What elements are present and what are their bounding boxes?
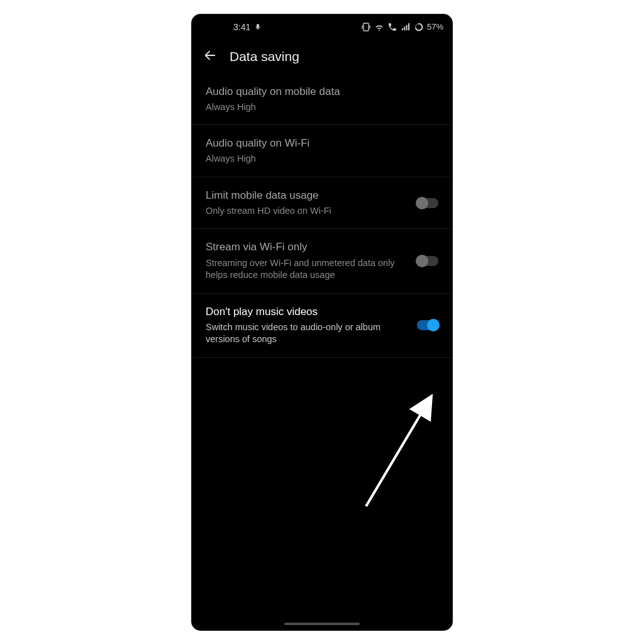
setting-row-limit-mobile[interactable]: Limit mobile data usageOnly stream HD vi… (192, 177, 452, 230)
setting-text: Don't play music videosSwitch music vide… (206, 305, 404, 346)
toggle-stream-wifi-only[interactable] (417, 256, 438, 266)
back-arrow-icon[interactable] (203, 48, 217, 65)
canvas: 3:41 (0, 0, 644, 644)
setting-title: Stream via Wi-Fi only (206, 240, 404, 254)
setting-text: Audio quality on Wi-FiAlways High (206, 136, 438, 165)
setting-title: Audio quality on Wi-Fi (206, 136, 438, 150)
setting-row-audio-wifi[interactable]: Audio quality on Wi-FiAlways High (192, 125, 452, 177)
status-left: 3:41 (233, 22, 262, 32)
toggle-thumb (416, 197, 428, 209)
annotation-arrow (347, 390, 441, 516)
setting-subtitle: Always High (206, 153, 438, 165)
setting-subtitle: Streaming over Wi-Fi and unmetered data … (206, 257, 404, 282)
setting-subtitle: Switch music videos to audio-only or alb… (206, 321, 404, 346)
status-right: 57% (361, 22, 443, 32)
signal-icon (401, 22, 411, 32)
setting-row-dont-play-mv[interactable]: Don't play music videosSwitch music vide… (192, 294, 452, 358)
status-bar: 3:41 (192, 14, 452, 38)
toggle-thumb (416, 255, 428, 267)
volte-icon (387, 22, 397, 32)
setting-text: Stream via Wi-Fi onlyStreaming over Wi-F… (206, 240, 404, 281)
setting-subtitle: Only stream HD video on Wi-Fi (206, 205, 404, 218)
toggle-thumb (427, 319, 440, 331)
setting-row-audio-mobile[interactable]: Audio quality on mobile dataAlways High (192, 74, 452, 126)
settings-list: Audio quality on mobile dataAlways HighA… (192, 74, 452, 358)
app-bar: Data saving (192, 38, 452, 74)
page-title: Data saving (230, 49, 299, 64)
battery-percent: 57% (427, 22, 443, 31)
toggle-limit-mobile[interactable] (417, 198, 438, 208)
svg-line-1 (366, 402, 428, 506)
setting-subtitle: Always High (206, 101, 438, 114)
setting-title: Don't play music videos (206, 305, 404, 319)
audio-route-icon (254, 23, 262, 31)
setting-text: Limit mobile data usageOnly stream HD vi… (206, 189, 404, 218)
wifi-icon (374, 22, 384, 32)
status-time: 3:41 (233, 22, 250, 32)
battery-ring-icon (414, 22, 424, 32)
setting-row-stream-wifi-only[interactable]: Stream via Wi-Fi onlyStreaming over Wi-F… (192, 229, 452, 293)
setting-title: Limit mobile data usage (206, 189, 404, 203)
toggle-dont-play-mv[interactable] (417, 320, 438, 330)
vibrate-icon (361, 22, 371, 32)
phone-frame: 3:41 (192, 14, 452, 630)
gesture-nav-pill[interactable] (284, 623, 360, 625)
setting-title: Audio quality on mobile data (206, 85, 438, 99)
setting-text: Audio quality on mobile dataAlways High (206, 85, 438, 114)
